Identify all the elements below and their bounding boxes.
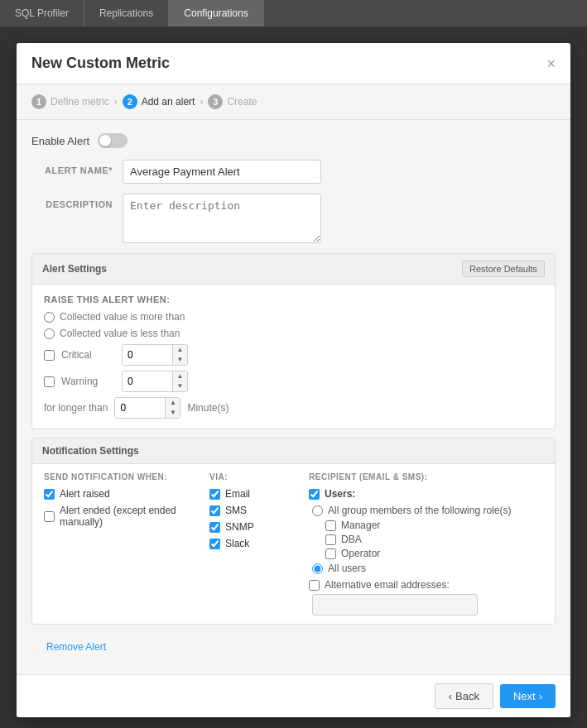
bc-arrow-2: › <box>200 96 203 108</box>
breadcrumb-step-2: 2 Add an alert <box>123 94 195 109</box>
for-longer-input[interactable] <box>115 398 165 418</box>
operator-checkbox[interactable] <box>325 548 336 559</box>
alert-settings-panel: Alert Settings Restore Defaults RAISE TH… <box>31 253 556 429</box>
alt-email-checkbox[interactable] <box>309 580 320 591</box>
notification-grid: SEND NOTIFICATION WHEN: Alert raised Ale… <box>32 464 555 624</box>
warning-row: Warning ▲ ▼ <box>44 371 543 392</box>
nav-tab-sql-profiler[interactable]: SQL Profiler <box>0 0 84 26</box>
close-button[interactable]: × <box>546 56 556 71</box>
radio-less-than-label: Collected value is less than <box>60 328 180 339</box>
dba-checkbox[interactable] <box>325 534 336 545</box>
manager-label: Manager <box>341 520 380 531</box>
restore-defaults-button[interactable]: Restore Defaults <box>462 261 545 277</box>
alert-raised-label: Alert raised <box>60 488 110 500</box>
all-users-radio[interactable] <box>312 563 323 574</box>
breadcrumb: 1 Define metric › 2 Add an alert › 3 Cre… <box>17 84 570 120</box>
modal: New Custom Metric × 1 Define metric › 2 … <box>17 43 570 717</box>
warning-input[interactable] <box>123 371 172 391</box>
notification-settings-title: Notification Settings <box>42 445 139 457</box>
nav-tab-configurations[interactable]: Configurations <box>169 0 263 26</box>
modal-title: New Custom Metric <box>31 55 170 72</box>
alt-email-label: Alternative email addresses: <box>325 579 450 591</box>
dba-row: DBA <box>325 534 543 545</box>
email-checkbox[interactable] <box>209 489 220 500</box>
radio-less-than-row: Collected value is less than <box>44 328 543 339</box>
alert-name-group: ALERT NAME* <box>31 160 556 184</box>
alert-raised-checkbox[interactable] <box>44 489 55 500</box>
critical-checkbox[interactable] <box>44 350 55 361</box>
slack-checkbox[interactable] <box>209 539 220 549</box>
radio-more-than-label: Collected value is more than <box>60 311 185 323</box>
breadcrumb-step-3: 3 Create <box>208 94 257 109</box>
step-2-number: 2 <box>123 94 137 109</box>
warning-spinners: ▲ ▼ <box>172 371 187 391</box>
via-header: VIA: <box>209 472 309 481</box>
step-1-number: 1 <box>31 94 46 109</box>
radio-less-than[interactable] <box>44 328 55 339</box>
alert-name-label: ALERT NAME* <box>31 160 123 175</box>
operator-label: Operator <box>341 548 380 559</box>
next-button[interactable]: Next › <box>500 684 556 708</box>
back-button[interactable]: ‹ Back <box>435 683 493 709</box>
enable-alert-label: Enable Alert <box>31 135 89 147</box>
for-longer-spinners: ▲ ▼ <box>165 398 180 418</box>
for-longer-label: for longer than <box>44 402 108 414</box>
send-when-col: SEND NOTIFICATION WHEN: Alert raised Ale… <box>44 472 209 615</box>
manager-row: Manager <box>325 520 543 531</box>
recipient-col: RECIPIENT (EMAIL & SMS): Users: All grou… <box>309 472 543 615</box>
all-users-label: All users <box>328 563 366 574</box>
step-1-label: Define metric <box>51 96 109 108</box>
critical-input-wrap: ▲ ▼ <box>122 344 188 366</box>
warning-up-spinner[interactable]: ▲ <box>173 371 187 381</box>
dba-label: DBA <box>341 534 362 545</box>
notification-settings-panel: Notification Settings SEND NOTIFICATION … <box>31 438 556 625</box>
snmp-label: SNMP <box>225 521 254 533</box>
alert-settings-title: Alert Settings <box>42 263 107 275</box>
warning-checkbox[interactable] <box>44 376 55 387</box>
step-2-label: Add an alert <box>142 96 195 108</box>
manager-checkbox[interactable] <box>325 520 336 531</box>
bc-arrow-1: › <box>114 96 118 108</box>
snmp-row: SNMP <box>209 521 309 533</box>
alert-ended-checkbox[interactable] <box>44 511 55 522</box>
critical-down-spinner[interactable]: ▼ <box>173 355 187 365</box>
modal-footer: ‹ Back Next › <box>17 674 570 717</box>
email-label: Email <box>225 488 250 500</box>
notification-settings-header: Notification Settings <box>32 438 555 464</box>
users-row: Users: <box>309 488 543 500</box>
enable-alert-toggle[interactable] <box>98 133 128 148</box>
breadcrumb-step-1: 1 Define metric <box>31 94 109 109</box>
warning-input-wrap: ▲ ▼ <box>122 371 188 392</box>
for-longer-up-spinner[interactable]: ▲ <box>166 398 180 408</box>
for-longer-input-wrap: ▲ ▼ <box>114 397 180 419</box>
sms-checkbox[interactable] <box>209 505 220 516</box>
remove-alert-link[interactable]: Remove Alert <box>31 633 556 661</box>
nav-tab-replications[interactable]: Replications <box>84 0 169 26</box>
snmp-checkbox[interactable] <box>209 522 220 533</box>
alt-email-input[interactable] <box>312 594 478 615</box>
operator-row: Operator <box>325 548 543 559</box>
role-radio[interactable] <box>312 505 323 516</box>
critical-input[interactable] <box>123 345 172 365</box>
sms-label: SMS <box>225 505 247 516</box>
step-3-label: Create <box>227 96 257 108</box>
alert-raised-row: Alert raised <box>44 488 209 500</box>
radio-more-than[interactable] <box>44 312 55 323</box>
description-textarea[interactable] <box>123 194 321 243</box>
slack-label: Slack <box>225 538 249 549</box>
warning-down-spinner[interactable]: ▼ <box>173 381 187 391</box>
critical-row: Critical ▲ ▼ <box>44 344 543 366</box>
critical-spinners: ▲ ▼ <box>172 345 187 365</box>
alert-name-input[interactable] <box>123 160 321 184</box>
critical-up-spinner[interactable]: ▲ <box>173 345 187 355</box>
users-checkbox[interactable] <box>309 489 320 500</box>
nav-bar: SQL Profiler Replications Configurations <box>0 0 587 26</box>
description-label: DESCRIPTION <box>31 194 123 209</box>
for-longer-down-spinner[interactable]: ▼ <box>166 408 180 418</box>
critical-label: Critical <box>61 349 115 361</box>
send-when-header: SEND NOTIFICATION WHEN: <box>44 472 209 481</box>
for-longer-row: for longer than ▲ ▼ Minute(s) <box>44 397 543 419</box>
next-arrow-icon: › <box>539 690 542 702</box>
modal-overlay: New Custom Metric × 1 Define metric › 2 … <box>0 26 587 728</box>
raise-when-label: RAISE THIS ALERT WHEN: <box>44 295 543 304</box>
